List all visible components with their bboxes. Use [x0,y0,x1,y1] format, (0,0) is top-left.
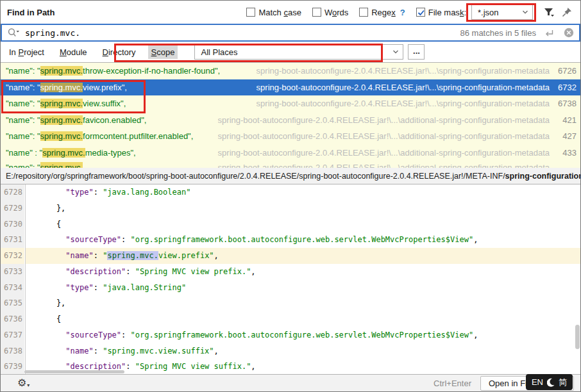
words-checkbox-box[interactable] [312,8,321,17]
code-line[interactable]: 6735 }, [1,295,580,311]
scope-tab-scope[interactable]: Scope [148,45,178,59]
result-snippet: "name": "spring.mvc.view.prefix", [6,83,127,92]
result-row[interactable]: "name": "spring.mvc.view.suffix", spring… [1,95,580,112]
result-snippet: "name": "spring.mvc.formcontent.putfilte… [6,131,193,141]
result-snippet: "name": "spring.mvc.view.suffix", [6,99,126,108]
code-text: { [26,311,580,327]
result-line-number: 427 [553,131,577,141]
code-text: "sourceType": "org.springframework.boot.… [26,232,580,248]
result-file-path: spring-boot-autoconfigure-2.0.4.RELEASE.… [218,131,550,141]
line-number: 6736 [1,311,25,327]
result-file-path: spring-boot-autoconfigure-2.0.4.RELEASE.… [218,161,550,168]
close-icon[interactable] [564,28,574,38]
vertical-scrollbar[interactable] [575,325,580,349]
result-row[interactable]: "name": "spring.mvc.formcontent.putfilte… [1,128,580,145]
ime-en-label: EN [532,377,543,387]
gear-icon: ⚙ [17,378,26,388]
scope-tab-directory[interactable]: Directory [99,45,139,59]
line-number: 6732 [1,248,25,264]
search-icon[interactable] [7,28,20,38]
result-snippet: "name": "spring.mvc.favicon.enabled", [6,115,146,125]
chevron-down-icon [392,49,399,54]
newline-icon[interactable] [544,29,555,37]
code-line[interactable]: 6732 "name": "spring.mvc.view.prefix", [1,248,580,264]
preview-path-filename: spring-configuration-metadata.json [505,172,580,181]
code-text: "type": "java.lang.Boolean" [26,184,580,200]
regex-help-icon[interactable]: ? [400,8,405,17]
match-highlight: spring.mvc. [40,162,83,168]
search-field[interactable]: spring.mvc. 86 matches in 5 files [1,24,580,42]
code-text: }, [26,295,580,311]
pin-icon [561,6,573,18]
code-line[interactable]: 6729 }, [1,200,580,216]
filter-button[interactable] [542,5,556,19]
search-input[interactable]: spring.mvc. [25,28,460,38]
settings-button[interactable]: ⚙ ▾ [17,378,29,388]
dialog-titlebar: Find in Path Match case Words Regex ? Fi… [1,1,580,24]
result-row[interactable]: "name" : "spring.mvc.media-types", sprin… [1,145,580,161]
horizontal-scrollbar[interactable] [24,370,124,373]
code-text: { [26,216,580,233]
line-number: 6729 [1,200,25,216]
shortcut-hint: Ctrl+Enter [434,379,471,388]
line-number: 6735 [1,295,25,311]
scope-tab-in-project[interactable]: In Project [6,45,47,59]
pin-button[interactable] [560,5,574,19]
match-case-label: Match case [258,8,301,17]
results-list: "name": "spring.mvc.throw-exception-if-n… [1,63,580,168]
scope-value: All Places [201,47,237,57]
result-snippet: "name": "spring.mvc. [6,161,83,168]
words-checkbox[interactable]: Words [312,8,348,17]
code-line[interactable]: 6734 "type": "java.lang.String" [1,280,580,296]
code-line[interactable]: 6737 "sourceType": "org.springframework.… [1,327,580,343]
result-file-path: spring-boot-autoconfigure-2.0.4.RELEASE.… [257,83,550,92]
dialog-title: Find in Path [7,8,55,17]
match-case-checkbox[interactable]: Match case [246,8,301,17]
file-mask-value: *.json [478,8,499,17]
result-file-path: spring-boot-autoconfigure-2.0.4.RELEASE.… [257,99,550,108]
code-line[interactable]: 6730 { [1,216,580,233]
code-line[interactable]: 6728 "type": "java.lang.Boolean" [1,184,580,200]
code-line[interactable]: 6736 { [1,311,580,327]
scope-dropdown[interactable]: All Places [194,44,403,60]
ime-cn-label: 简 [559,377,567,388]
line-number: 6730 [1,216,25,233]
code-text: "name": "spring.mvc.view.prefix", [26,248,580,264]
code-line[interactable]: 6731 "sourceType": "org.springframework.… [1,232,580,248]
code-text: }, [26,200,580,216]
chevron-down-icon [522,10,528,15]
line-number: 6728 [1,184,25,200]
scope-tab-module[interactable]: Module [56,45,90,59]
status-bar: ⚙ ▾ Ctrl+Enter Open in Find Window EN 简 [1,374,580,391]
file-mask-dropdown[interactable]: *.json [471,4,533,20]
result-line-number: 421 [553,115,577,125]
file-mask-checkbox[interactable]: File mask: [416,8,466,17]
code-line[interactable]: 6733 "description": "Spring MVC view pre… [1,264,580,280]
find-in-path-dialog: Find in Path Match case Words Regex ? Fi… [0,0,581,392]
regex-checkbox-box[interactable] [359,8,368,17]
code-preview[interactable]: 6728 "type": "java.lang.Boolean" 6729 },… [1,184,580,374]
match-highlight: spring.mvc. [40,66,83,76]
result-row[interactable]: "name": "spring.mvc. spring-boot-autocon… [1,161,580,168]
line-number: 6738 [1,343,25,359]
line-number: 6731 [1,232,25,248]
match-highlight: spring.mvc. [40,131,83,141]
preview-file-path: E:/repository/org/springframework/boot/s… [1,168,580,184]
result-row[interactable]: "name": "spring.mvc.view.prefix", spring… [1,79,580,96]
ime-moon-icon [547,378,555,387]
scope-bar: In ProjectModuleDirectoryScope All Place… [1,42,580,63]
match-highlight: spring.mvc. [40,99,83,108]
file-mask-checkbox-box[interactable] [416,8,425,17]
words-label: Words [324,8,348,17]
code-line[interactable]: 6738 "name": "spring.mvc.view.suffix", [1,343,580,359]
result-file-path: spring-boot-autoconfigure-2.0.4.RELEASE.… [257,66,550,76]
result-row[interactable]: "name": "spring.mvc.throw-exception-if-n… [1,63,580,79]
scope-browse-button[interactable]: ... [408,44,425,60]
regex-checkbox[interactable]: Regex ? [359,8,405,17]
result-row[interactable]: "name": "spring.mvc.favicon.enabled", sp… [1,112,580,129]
match-case-checkbox-box[interactable] [246,8,255,17]
code-text: "description": "Spring MVC view prefix."… [26,264,580,280]
file-mask-label: File mask: [428,8,466,17]
result-file-path: spring-boot-autoconfigure-2.0.4.RELEASE.… [218,115,550,125]
match-count: 86 matches in 5 files [460,28,536,38]
